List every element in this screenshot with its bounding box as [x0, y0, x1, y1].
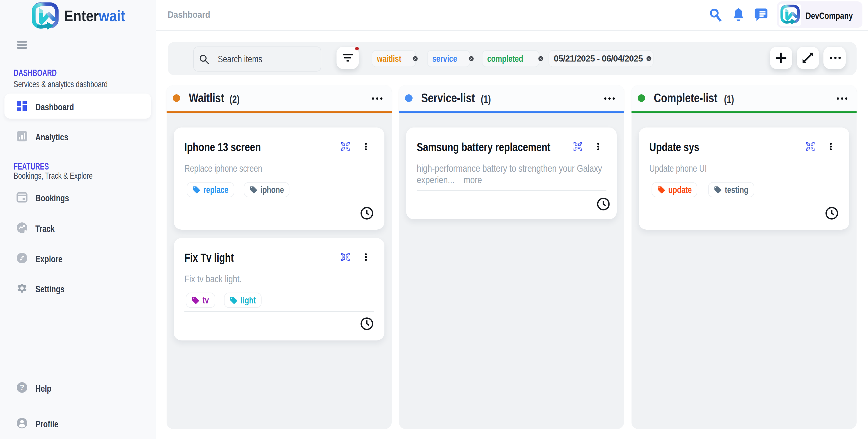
svg-text:?: ? [20, 383, 24, 392]
